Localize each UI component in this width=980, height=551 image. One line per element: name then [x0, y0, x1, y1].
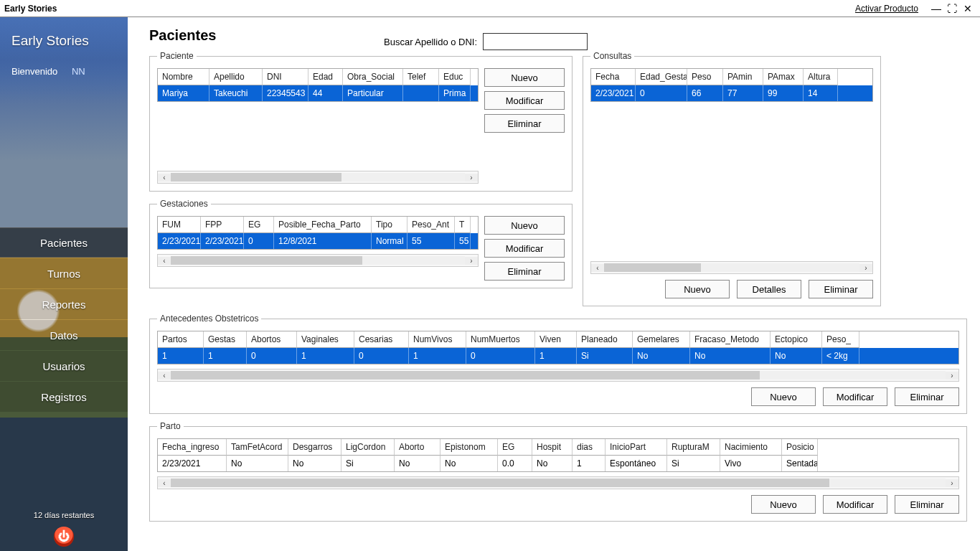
column-header[interactable]: Obra_Social [343, 69, 403, 85]
consultas-scrollbar[interactable]: ‹› [590, 261, 873, 274]
column-header[interactable]: Posicio [782, 439, 818, 456]
column-header[interactable]: Peso_ [822, 331, 859, 348]
antecedentes-eliminar-button[interactable]: Eliminar [895, 387, 959, 406]
paciente-scrollbar[interactable]: ‹› [157, 171, 479, 184]
column-header[interactable]: Posible_Fecha_Parto [274, 217, 372, 233]
consultas-table[interactable]: FechaEdad_GestaPesoPAminPAmaxAltura2/23/… [590, 68, 873, 102]
table-row[interactable]: 11010101SiNoNoNo< 2kg [158, 348, 958, 364]
column-header[interactable]: T [455, 217, 471, 233]
column-header[interactable]: Abortos [247, 331, 297, 348]
gestaciones-eliminar-button[interactable]: Eliminar [484, 262, 565, 281]
column-header[interactable]: InicioPart [606, 439, 667, 456]
consultas-detalles-button[interactable]: Detalles [737, 280, 801, 298]
paciente-table[interactable]: NombreApellidoDNIEdadObra_SocialTelefEdu… [157, 68, 479, 102]
column-header[interactable]: Nombre [158, 69, 209, 85]
column-header[interactable]: Fecha_ingreso [158, 439, 227, 456]
sidebar-item-turnos[interactable]: Turnos [0, 258, 128, 288]
table-cell: No [395, 456, 440, 471]
column-header[interactable]: Peso [687, 69, 723, 85]
column-header[interactable]: LigCordon [341, 439, 395, 456]
search-input[interactable] [483, 33, 588, 50]
minimize-button[interactable]: — [928, 3, 944, 14]
column-header[interactable]: Fecha [591, 69, 636, 85]
column-header[interactable]: Tipo [372, 217, 407, 233]
column-header[interactable]: EG [244, 217, 274, 233]
column-header[interactable]: Cesarias [354, 331, 409, 348]
close-button[interactable]: ✕ [960, 3, 976, 14]
column-header[interactable]: Telef [403, 69, 439, 85]
column-header[interactable]: DNI [263, 69, 308, 85]
gestaciones-modificar-button[interactable]: Modificar [484, 239, 565, 258]
table-cell: 2/23/2021 [201, 233, 244, 249]
table-cell: 0 [636, 85, 687, 101]
column-header[interactable]: Fracaso_Metodo [690, 331, 771, 348]
sidebar-item-registros[interactable]: Registros [0, 382, 128, 412]
column-header[interactable]: NumVivos [409, 331, 466, 348]
paciente-nuevo-button[interactable]: Nuevo [484, 68, 565, 87]
column-header[interactable]: Gestas [204, 331, 247, 348]
column-header[interactable]: dias [573, 439, 606, 456]
column-header[interactable]: NumMuertos [466, 331, 535, 348]
activate-product-link[interactable]: Activar Producto [855, 4, 918, 14]
antecedentes-scrollbar[interactable]: ‹› [157, 369, 959, 382]
column-header[interactable]: PAmin [723, 69, 763, 85]
column-header[interactable]: Partos [158, 331, 204, 348]
parto-table[interactable]: Fecha_ingresoTamFetAcordDesgarrosLigCord… [157, 438, 959, 472]
column-header[interactable]: Planeado [577, 331, 633, 348]
antecedentes-nuevo-button[interactable]: Nuevo [751, 387, 816, 406]
column-header[interactable]: Epistonom [440, 439, 498, 456]
consultas-eliminar-button[interactable]: Eliminar [809, 280, 873, 298]
column-header[interactable]: Apellido [209, 69, 263, 85]
maximize-button[interactable]: ⛶ [944, 3, 960, 14]
sidebar-item-usuarios[interactable]: Usuarios [0, 351, 128, 381]
column-header[interactable]: Nacimiento [720, 439, 782, 456]
table-cell: 22345543 [263, 85, 308, 101]
table-row[interactable]: 2/23/2021NoNoSiNoNo0.0No1EspontáneoSiViv… [158, 456, 958, 471]
column-header[interactable]: Edad_Gesta [636, 69, 687, 85]
table-cell: 44 [308, 85, 343, 101]
table-row[interactable]: 2/23/20212/23/2021012/8/2021Normal5555 [158, 233, 478, 249]
table-cell: 2/23/2021 [158, 456, 227, 471]
column-header[interactable]: Desgarros [288, 439, 341, 456]
table-cell: 0 [354, 348, 409, 364]
column-header[interactable]: Ectopico [771, 331, 822, 348]
column-header[interactable]: FUM [158, 217, 201, 233]
table-cell: Normal [372, 233, 407, 249]
parto-nuevo-button[interactable]: Nuevo [751, 495, 816, 514]
column-header[interactable]: Aborto [395, 439, 440, 456]
antecedentes-table[interactable]: PartosGestasAbortosVaginalesCesariasNumV… [157, 331, 959, 364]
column-header[interactable]: PAmax [763, 69, 804, 85]
sidebar-item-pacientes[interactable]: Pacientes [0, 227, 128, 258]
parto-modificar-button[interactable]: Modificar [823, 495, 887, 514]
parto-scrollbar[interactable]: ‹› [157, 476, 959, 489]
table-cell: No [227, 456, 288, 471]
gestaciones-table[interactable]: FUMFPPEGPosible_Fecha_PartoTipoPeso_AntT… [157, 216, 479, 250]
table-cell: 14 [804, 85, 838, 101]
table-cell: No [690, 348, 771, 364]
sidebar-item-datos[interactable]: Datos [0, 320, 128, 350]
paciente-modificar-button[interactable]: Modificar [484, 91, 565, 110]
column-header[interactable]: RupturaM [667, 439, 720, 456]
column-header[interactable]: Edad [308, 69, 343, 85]
column-header[interactable]: Vaginales [297, 331, 354, 348]
gestaciones-scrollbar[interactable]: ‹› [157, 254, 479, 267]
column-header[interactable]: Peso_Ant [407, 217, 455, 233]
table-row[interactable]: 2/23/2021066779914 [591, 85, 872, 101]
sidebar-item-reportes[interactable]: Reportes [0, 289, 128, 319]
paciente-eliminar-button[interactable]: Eliminar [484, 114, 565, 133]
column-header[interactable]: Altura [804, 69, 838, 85]
table-cell: No [771, 348, 822, 364]
column-header[interactable]: EG [498, 439, 532, 456]
parto-eliminar-button[interactable]: Eliminar [895, 495, 959, 514]
antecedentes-modificar-button[interactable]: Modificar [823, 387, 887, 406]
column-header[interactable]: FPP [201, 217, 244, 233]
table-row[interactable]: MariyaTakeuchi2234554344ParticularPrima [158, 85, 478, 101]
power-icon[interactable] [54, 527, 74, 547]
consultas-nuevo-button[interactable]: Nuevo [665, 280, 730, 298]
gestaciones-nuevo-button[interactable]: Nuevo [484, 216, 565, 235]
column-header[interactable]: Hospit [532, 439, 573, 456]
column-header[interactable]: Educ [439, 69, 471, 85]
column-header[interactable]: Viven [535, 331, 577, 348]
column-header[interactable]: Gemelares [633, 331, 690, 348]
column-header[interactable]: TamFetAcord [227, 439, 288, 456]
